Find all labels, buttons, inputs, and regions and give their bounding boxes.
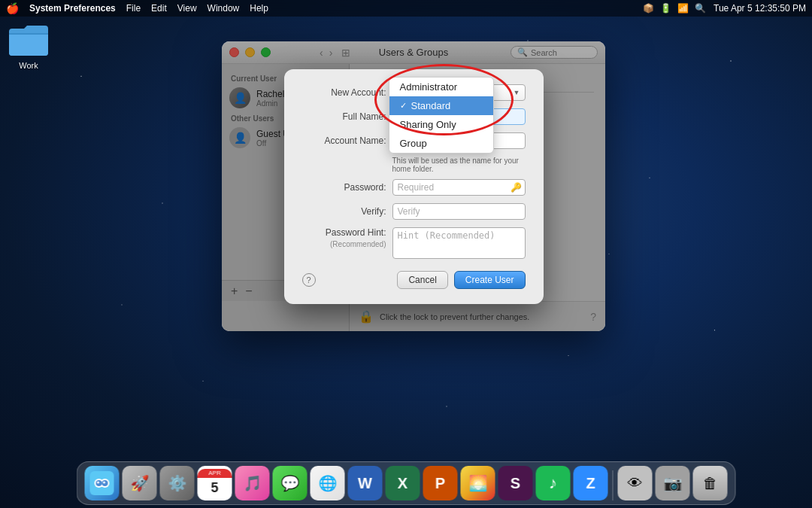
menubar-edit[interactable]: Edit [151, 3, 167, 14]
account-type-dropdown: Administrator ✓ Standard Sharing Only Gr… [389, 77, 494, 154]
svg-point-7 [103, 482, 105, 484]
key-icon[interactable]: 🔑 [511, 182, 522, 193]
search-icon[interactable]: 🔍 [695, 3, 706, 14]
menubar-right: 📦 🔋 📶 🔍 Tue Apr 5 12:35:50 PM [643, 3, 806, 14]
new-account-label: New Account: [302, 87, 392, 98]
menubar-help[interactable]: Help [250, 3, 268, 14]
password-input[interactable] [392, 179, 526, 196]
dock-trash[interactable]: 🗑 [693, 466, 728, 500]
dock-image-capture[interactable]: 📷 [656, 466, 690, 500]
folder-icon [8, 23, 50, 59]
menubar-left: 🍎 System Preferences File Edit View Wind… [6, 2, 268, 14]
password-field-container: 🔑 [392, 179, 526, 196]
checkmark-icon: ✓ [400, 101, 407, 111]
dropdown-item-sharing-only[interactable]: Sharing Only [389, 115, 493, 134]
password-label: Password: [302, 182, 392, 193]
dock-finder[interactable] [85, 466, 120, 500]
dock-divider [613, 470, 614, 500]
dock-excel[interactable]: X [386, 466, 420, 500]
dialog-button-group: Cancel Create User [397, 271, 525, 289]
hint-row: Password Hint: (Recommended) [302, 227, 526, 259]
dropdown-item-group[interactable]: Group [389, 134, 493, 153]
dropdown-item-standard-label: Standard [411, 100, 451, 111]
dock-calendar[interactable]: APR 5 [198, 466, 232, 500]
dock-spotify[interactable]: ♪ [536, 466, 571, 500]
wifi-icon: 📶 [677, 3, 689, 14]
dock-chrome[interactable]: 🌐 [311, 466, 345, 500]
dropdown-item-administrator-label: Administrator [400, 81, 458, 93]
account-name-hint: This will be used as the name for your h… [392, 157, 526, 173]
dropdown-item-sharing-only-label: Sharing Only [400, 119, 456, 130]
new-account-dialog: New Account: Standard ▼ Administrator [284, 69, 544, 304]
dropdown-item-standard[interactable]: ✓ Standard [389, 96, 493, 115]
dock-word[interactable]: W [348, 466, 383, 500]
password-row: Password: 🔑 [302, 179, 526, 196]
hint-input[interactable] [392, 227, 526, 259]
menubar-view[interactable]: View [177, 3, 197, 14]
verify-input[interactable] [392, 203, 526, 220]
dialog-overlay: New Account: Standard ▼ Administrator [222, 41, 605, 331]
dock-powerpoint[interactable]: P [423, 466, 458, 500]
menubar-window[interactable]: Window [208, 3, 240, 14]
menubar-icons: 📦 🔋 📶 🔍 [643, 3, 706, 14]
dock-system-preferences[interactable]: ⚙️ [160, 466, 195, 500]
menubar-file[interactable]: File [126, 3, 141, 14]
dock-zoom[interactable]: Z [574, 466, 608, 500]
cancel-button[interactable]: Cancel [397, 271, 447, 289]
dialog-actions: ? Cancel Create User [302, 271, 526, 289]
menubar: 🍎 System Preferences File Edit View Wind… [0, 0, 812, 17]
create-user-button[interactable]: Create User [454, 271, 526, 289]
svg-point-6 [97, 482, 99, 484]
dropdown-item-administrator[interactable]: Administrator [389, 78, 493, 96]
svg-rect-0 [9, 33, 48, 35]
battery-icon: 🔋 [660, 3, 671, 14]
dock-slack[interactable]: S [498, 466, 533, 500]
folder-label: Work [19, 61, 38, 70]
desktop-folder-work[interactable]: Work [8, 23, 50, 70]
menubar-datetime: Tue Apr 5 12:35:50 PM [714, 3, 806, 14]
verify-label: Verify: [302, 206, 392, 217]
dock-itunes[interactable]: 🎵 [235, 466, 270, 500]
help-button[interactable]: ? [302, 273, 316, 287]
users-groups-window: ‹ › ⊞ Users & Groups 🔍 Current User 👤 Ra… [222, 41, 605, 331]
dock-messages[interactable]: 💬 [273, 466, 308, 500]
dock-launchpad[interactable]: 🚀 [123, 466, 157, 500]
dropdown-item-group-label: Group [400, 138, 427, 149]
account-name-label: Account Name: [302, 135, 392, 146]
account-type-container: Standard ▼ Administrator ✓ Standard [392, 84, 526, 101]
menubar-app-name[interactable]: System Preferences [29, 3, 116, 14]
hint-label: Password Hint: (Recommended) [302, 227, 392, 251]
dropdown-arrow: ▼ [514, 89, 520, 96]
dock-photos[interactable]: 🌅 [461, 466, 495, 500]
dock-preview[interactable]: 👁 [618, 466, 653, 500]
dock: 🚀 ⚙️ APR 5 🎵 💬 🌐 W X P 🌅 S ♪ Z 👁 📷 🗑 [77, 461, 736, 505]
new-account-row: New Account: Standard ▼ Administrator [302, 84, 526, 101]
dropbox-icon: 📦 [643, 3, 654, 14]
finder-icon [90, 471, 114, 495]
full-name-label: Full Name: [302, 111, 392, 122]
verify-row: Verify: [302, 203, 526, 220]
apple-menu[interactable]: 🍎 [6, 2, 19, 14]
